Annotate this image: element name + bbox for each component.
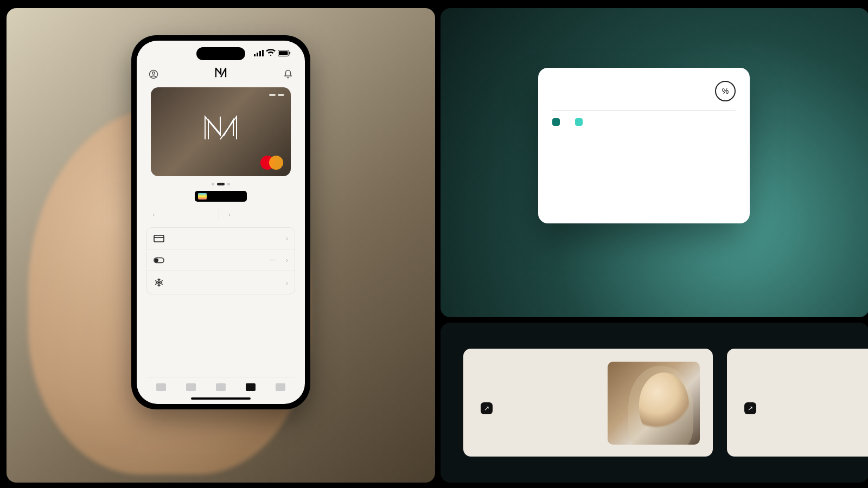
freeze-card-row[interactable]: › [147,271,295,294]
arrow-up-right-icon: ↗ [744,402,756,414]
card-mode-row[interactable]: › [147,249,295,271]
card-n-logo [202,113,240,147]
tab-markets[interactable] [216,383,226,392]
promo-panel: ↗ ↗ [441,323,868,483]
home-indicator [191,397,251,400]
get-card-cta[interactable]: ↗ [740,402,868,414]
interest-chart-panel: % [441,8,868,317]
battery-icon [278,50,291,58]
bell-icon[interactable] [282,68,294,80]
apple-wallet-icon [198,193,207,200]
add-to-apple-wallet-button[interactable] [195,191,247,202]
chevron-right-icon: › [152,210,155,219]
card-badge-virtual [278,94,284,96]
payment-card[interactable] [151,87,291,176]
dynamic-island [196,47,245,60]
profile-icon[interactable] [148,68,159,80]
promo-image [608,362,700,445]
interest-card: % [538,68,750,223]
card-mode-value [270,259,276,261]
card-actions: › › › [146,227,295,294]
card-pager[interactable] [146,183,295,185]
tab-exchange[interactable] [276,383,285,392]
tab-dashboard[interactable] [156,383,166,392]
chart-legend [552,118,736,126]
card-details-row[interactable]: › [147,228,295,249]
phone-mock-panel: › › [7,8,435,483]
svg-rect-2 [259,51,261,56]
phone-frame: › › [131,35,310,409]
toggle-icon [154,257,164,264]
svg-rect-1 [257,53,258,56]
card-badge-debit [269,94,276,96]
svg-rect-0 [254,54,256,56]
svg-rect-6 [289,52,290,55]
app-bar [146,67,295,87]
tab-bar [146,377,295,394]
promo-earn-interest[interactable]: ↗ [463,349,713,457]
interest-bar-chart [552,134,736,210]
percent-icon: % [715,81,736,101]
signal-icon [254,48,264,60]
card-icon [154,235,164,242]
svg-point-12 [155,259,158,261]
earn-interest-cta[interactable]: ↗ [476,402,598,414]
balances: › › [146,210,295,227]
wifi-icon [266,48,276,60]
snowflake-icon [154,278,164,287]
chevron-right-icon: › [286,256,288,264]
phone-screen: › › [137,41,305,404]
svg-rect-5 [279,51,288,55]
tab-card[interactable] [246,383,256,392]
cashback-tile[interactable]: › [148,210,219,220]
chevron-right-icon: › [286,234,288,242]
tab-wallet[interactable] [186,383,196,392]
chevron-right-icon: › [286,279,288,287]
mastercard-icon [260,156,283,170]
arrow-up-right-icon: ↗ [481,402,493,414]
nexo-logo [215,67,227,81]
available-balance-tile[interactable]: › [219,210,295,220]
svg-rect-9 [154,235,164,242]
promo-nexo-card[interactable]: ↗ [727,349,868,457]
chevron-right-icon: › [228,210,231,219]
svg-rect-3 [262,50,264,56]
svg-point-8 [152,72,155,74]
